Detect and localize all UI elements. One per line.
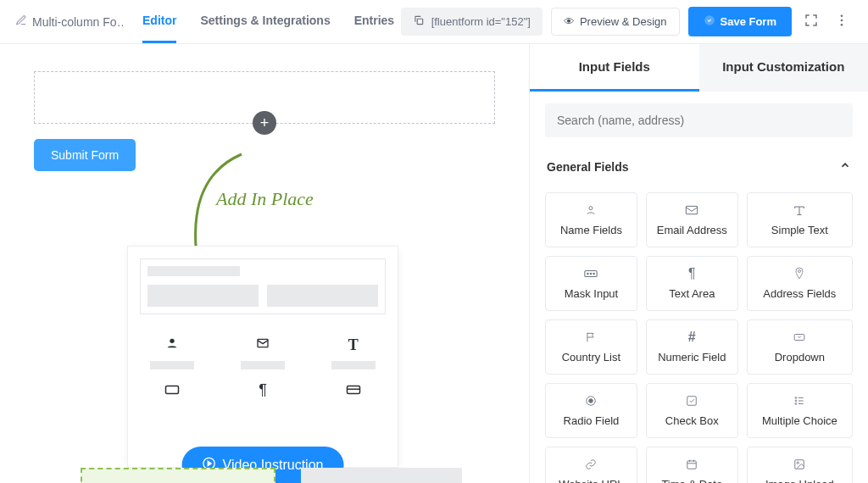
image-icon — [753, 456, 847, 473]
tab-settings[interactable]: Settings & Integrations — [200, 0, 330, 43]
field-check-box[interactable]: Check Box — [646, 383, 738, 438]
svg-rect-0 — [417, 19, 422, 24]
field-text-area[interactable]: ¶Text Area — [646, 256, 738, 311]
field-dropdown[interactable]: Dropdown — [747, 319, 853, 375]
more-button[interactable] — [831, 9, 853, 34]
svg-point-24 — [795, 400, 797, 402]
preview-label: Preview & Design — [580, 15, 667, 28]
calendar-icon — [652, 456, 732, 473]
field-label: Mask Input — [551, 287, 632, 300]
paragraph-icon: ¶ — [259, 381, 267, 399]
grey-placeholder-box — [301, 468, 462, 483]
demo-card: T ¶ Video Instruction — [127, 246, 398, 468]
svg-rect-12 — [687, 206, 698, 214]
tab-entries[interactable]: Entries — [354, 0, 394, 43]
svg-point-26 — [795, 403, 797, 405]
field-multiple-choice[interactable]: Multiple Choice — [747, 383, 853, 438]
field-website-url[interactable]: Website URL — [545, 447, 637, 483]
search-input[interactable] — [545, 103, 853, 137]
add-button[interactable]: + — [253, 111, 276, 135]
field-time-date[interactable]: Time & Date — [646, 447, 738, 483]
topbar-right: [fluentform id="152"] 👁 Preview & Design… — [401, 7, 853, 36]
dropzone[interactable]: + — [34, 71, 495, 124]
text-icon: T — [331, 336, 376, 354]
text-icon — [753, 202, 847, 219]
shortcode-box[interactable]: [fluentform id="152"] — [401, 8, 542, 36]
main: + Submit Form Add In Place T ¶ — [0, 44, 868, 483]
card-icon — [346, 381, 361, 399]
mask-icon — [164, 381, 180, 399]
svg-point-15 — [591, 273, 592, 274]
demo-icon-grid: T ¶ — [140, 336, 386, 399]
topbar: Multi-column Fo… Editor Settings & Integ… — [0, 0, 868, 44]
svg-point-14 — [587, 273, 588, 274]
field-label: Image Upload — [753, 478, 847, 483]
field-simple-text[interactable]: Simple Text — [747, 192, 853, 247]
radio-icon — [551, 392, 632, 409]
caret-icon — [753, 329, 847, 346]
field-label: Numeric Field — [652, 351, 732, 364]
tab-editor[interactable]: Editor — [142, 0, 176, 43]
demo-placeholder — [140, 258, 386, 314]
green-dashed-box — [81, 468, 275, 483]
person-icon — [150, 336, 194, 354]
pin-icon — [753, 265, 847, 282]
svg-rect-28 — [687, 461, 697, 469]
copy-icon — [413, 14, 425, 29]
field-label: Simple Text — [753, 224, 847, 236]
svg-rect-32 — [795, 460, 804, 469]
sidebar-tabs: Input Fields Input Customization — [530, 44, 868, 92]
submit-button[interactable]: Submit Form — [34, 139, 136, 171]
field-grid: Name FieldsEmail AddressSimple TextMask … — [530, 184, 868, 483]
tab-input-customization[interactable]: Input Customization — [699, 44, 869, 92]
svg-point-22 — [795, 397, 797, 399]
sidebar: Input Fields Input Customization General… — [529, 44, 868, 483]
field-email-address[interactable]: Email Address — [646, 192, 738, 247]
form-name-text: Multi-column Fo… — [32, 15, 125, 29]
svg-rect-21 — [687, 397, 697, 406]
preview-button[interactable]: 👁 Preview & Design — [551, 8, 680, 36]
section-general-fields[interactable]: General Fields — [530, 149, 868, 184]
link-icon — [551, 456, 632, 473]
field-label: Dropdown — [753, 351, 847, 364]
check-circle-icon — [704, 14, 715, 29]
svg-point-2 — [841, 14, 843, 17]
field-label: Check Box — [652, 414, 732, 427]
mail-icon — [652, 202, 732, 219]
canvas: + Submit Form Add In Place T ¶ — [0, 44, 529, 483]
shortcode-text: [fluentform id="152"] — [431, 15, 531, 28]
paragraph-icon: ¶ — [652, 265, 732, 282]
svg-point-3 — [841, 19, 843, 22]
fullscreen-button[interactable] — [800, 9, 822, 34]
list-icon — [753, 392, 847, 409]
field-radio-field[interactable]: Radio Field — [545, 383, 637, 438]
svg-point-17 — [798, 270, 801, 273]
save-button[interactable]: Save Form — [688, 7, 792, 36]
add-in-place-label: Add In Place — [216, 188, 314, 210]
form-name[interactable]: Multi-column Fo… — [15, 14, 125, 29]
eye-icon: 👁 — [564, 15, 575, 28]
tab-input-fields[interactable]: Input Fields — [530, 44, 699, 92]
main-tabs: Editor Settings & Integrations Entries — [142, 0, 394, 43]
field-label: Time & Date — [652, 478, 732, 483]
field-label: Name Fields — [551, 224, 632, 236]
field-mask-input[interactable]: Mask Input — [545, 256, 637, 311]
below-shapes — [81, 468, 462, 483]
mask-icon — [551, 265, 632, 282]
field-label: Email Address — [652, 224, 732, 236]
field-country-list[interactable]: Country List — [545, 319, 637, 375]
field-label: Country List — [551, 351, 632, 364]
svg-rect-7 — [166, 386, 179, 394]
section-title: General Fields — [547, 160, 628, 174]
svg-point-5 — [170, 339, 175, 343]
person-icon — [551, 202, 632, 219]
field-address-fields[interactable]: Address Fields — [747, 256, 853, 311]
field-numeric-field[interactable]: #Numeric Field — [646, 319, 738, 375]
edit-icon — [15, 14, 27, 29]
field-name-fields[interactable]: Name Fields — [545, 192, 637, 247]
field-label: Multiple Choice — [753, 414, 847, 427]
flag-icon — [551, 329, 632, 346]
search-wrap — [530, 92, 868, 149]
save-label: Save Form — [721, 15, 776, 28]
field-image-upload[interactable]: Image Upload — [747, 447, 853, 483]
